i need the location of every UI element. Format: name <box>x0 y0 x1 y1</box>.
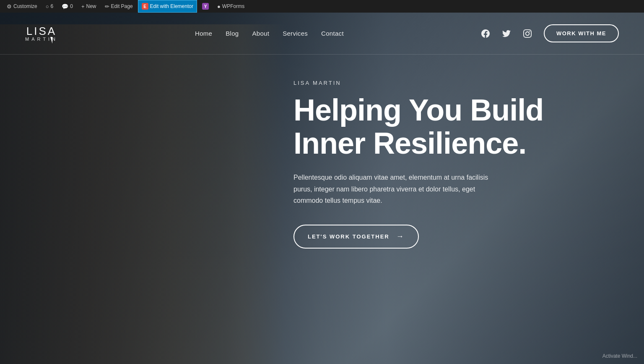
wpforms-button[interactable]: ● WPForms <box>214 0 248 13</box>
yoast-button[interactable]: Y <box>199 0 212 13</box>
nav-links: Home Blog About Services Contact <box>195 30 344 37</box>
nav-blog[interactable]: Blog <box>226 30 239 37</box>
customize-icon: ⚙ <box>7 3 12 10</box>
hero-description: Pellentesque odio aliquam vitae amet, el… <box>293 172 495 206</box>
instagram-icon[interactable] <box>523 29 532 38</box>
admin-bar: ⚙ Customize ○ 6 💬 0 + New ✏ Edit Page E … <box>0 0 644 13</box>
facebook-icon[interactable] <box>481 29 490 38</box>
navbar: LISA MARTIN Home Blog About Services Con… <box>0 13 644 55</box>
nav-about[interactable]: About <box>252 30 269 37</box>
hero-cta-label: LET'S WORK TOGETHER <box>308 233 390 240</box>
twitter-icon[interactable] <box>502 29 511 38</box>
site-wrapper: LISA MARTIN Home Blog About Services Con… <box>0 13 644 364</box>
hero-content: LISA MARTIN Helping You Build Inner Resi… <box>293 80 553 249</box>
nav-services[interactable]: Services <box>283 30 308 37</box>
customize-button[interactable]: ⚙ Customize <box>3 0 41 13</box>
lets-work-together-button[interactable]: LET'S WORK TOGETHER → <box>293 225 419 249</box>
edit-page-icon: ✏ <box>105 3 109 10</box>
wpforms-icon: ● <box>217 3 221 10</box>
edit-page-button[interactable]: ✏ Edit Page <box>101 0 136 13</box>
edit-page-label: Edit Page <box>111 3 133 9</box>
hero-title: Helping You Build Inner Resilience. <box>293 94 553 160</box>
nav-home[interactable]: Home <box>195 30 212 37</box>
comments-button[interactable]: 💬 0 <box>58 0 76 13</box>
comments-count: 0 <box>70 3 73 9</box>
nav-contact[interactable]: Contact <box>321 30 344 37</box>
yoast-icon: Y <box>202 3 209 10</box>
new-button[interactable]: + New <box>78 0 100 13</box>
hero-subtitle: LISA MARTIN <box>293 80 553 86</box>
elementor-icon: E <box>142 3 148 10</box>
wpforms-label: WPForms <box>222 3 244 9</box>
logo[interactable]: LISA MARTIN <box>25 26 58 42</box>
edit-elementor-label: Edit with Elementor <box>150 3 193 9</box>
revisions-button[interactable]: ○ 6 <box>42 0 57 13</box>
edit-elementor-button[interactable]: E Edit with Elementor <box>138 0 197 13</box>
hero-cta-arrow: → <box>396 232 405 241</box>
nav-right: WORK WITH ME <box>481 24 619 42</box>
customize-label: Customize <box>13 3 37 9</box>
logo-surname: MARTIN <box>25 37 58 42</box>
new-icon: + <box>81 3 85 10</box>
activate-windows-watermark: Activate Wind... <box>602 353 637 359</box>
new-label: New <box>86 3 96 9</box>
comments-icon: 💬 <box>62 3 68 10</box>
revisions-icon: ○ <box>46 3 49 10</box>
work-with-me-button[interactable]: WORK WITH ME <box>544 24 619 42</box>
logo-name: LISA <box>26 26 57 37</box>
revisions-count: 6 <box>51 3 54 9</box>
